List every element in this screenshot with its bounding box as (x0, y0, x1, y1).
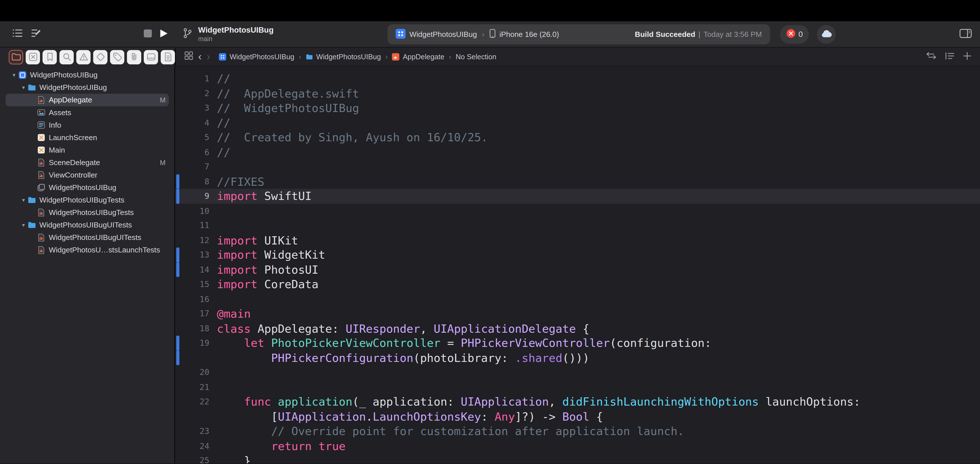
disclosure-triangle-icon[interactable]: ▾ (10, 72, 18, 78)
code-line[interactable]: 5// Created by Singh, Ayush on 16/10/25. (175, 130, 980, 145)
code-line[interactable]: 7 (175, 159, 980, 174)
code-line[interactable]: 25 } (175, 453, 980, 463)
run-button[interactable] (158, 21, 170, 47)
file-tree-row[interactable]: Info (6, 119, 169, 131)
code-text[interactable]: import WidgetKit (217, 247, 325, 262)
inspector-toggle-button[interactable] (956, 21, 975, 47)
file-tree-row[interactable]: Assets (6, 106, 169, 119)
tests-navigator-tab[interactable] (93, 49, 107, 64)
code-line[interactable]: 16 (175, 292, 980, 306)
file-tree-row[interactable]: ▾WidgetPhotosUIBugUITests (6, 218, 169, 231)
bookmarks-navigator-tab[interactable] (43, 49, 57, 64)
line-number[interactable]: 12 (175, 233, 209, 247)
compose-button[interactable] (29, 21, 44, 47)
code-line[interactable]: 12import UIKit (175, 233, 980, 247)
code-text[interactable]: // WidgetPhotosUIBug (217, 101, 359, 115)
disclosure-triangle-icon[interactable]: ▾ (19, 197, 27, 203)
code-line[interactable]: 6// (175, 145, 980, 159)
file-tree-row[interactable]: LaunchScreen (6, 131, 169, 144)
line-number[interactable]: 10 (175, 203, 209, 218)
code-editor[interactable]: 1//2// AppDelegate.swift3// WidgetPhotos… (175, 66, 980, 464)
swap-editor-button[interactable] (926, 52, 936, 61)
code-line[interactable]: 15import CoreData (175, 277, 980, 292)
breadcrumb-item[interactable]: AppDelegate (392, 53, 444, 60)
line-number[interactable]: 15 (175, 277, 209, 292)
code-line[interactable]: 17@main (175, 306, 980, 321)
file-tree-row[interactable]: ▾WidgetPhotosUIBug (6, 69, 169, 81)
code-text[interactable]: [UIApplication.LaunchOptionsKey: Any]?) … (217, 409, 603, 424)
line-number[interactable]: 7 (175, 159, 209, 174)
code-line[interactable]: [UIApplication.LaunchOptionsKey: Any]?) … (175, 409, 980, 424)
line-number[interactable]: 4 (175, 115, 209, 130)
error-badge[interactable]: 0 (780, 25, 809, 44)
file-tree-row[interactable]: WidgetPhotosUIBug (6, 181, 169, 194)
line-number[interactable]: 1 (175, 71, 209, 86)
line-number[interactable]: 22 (175, 394, 209, 409)
code-text[interactable]: import SwiftUI (217, 189, 312, 204)
editor-options-button[interactable] (945, 52, 955, 62)
related-items-button[interactable] (184, 51, 193, 62)
file-tree-row[interactable]: ViewController (6, 169, 169, 181)
navigator-list-button[interactable] (10, 21, 25, 47)
line-number[interactable]: 8 (175, 174, 209, 189)
code-line[interactable]: 3// WidgetPhotosUIBug (175, 101, 980, 115)
code-text[interactable]: //FIXES (217, 174, 264, 189)
file-tree-row[interactable]: WidgetPhotosUIBugUITests (6, 231, 169, 244)
code-text[interactable]: import CoreData (217, 277, 318, 292)
back-button[interactable]: ‹ (198, 51, 202, 62)
line-number[interactable]: 6 (175, 145, 209, 159)
code-text[interactable]: class AppDelegate: UIResponder, UIApplic… (217, 321, 590, 336)
reports-navigator-tab[interactable] (161, 49, 175, 64)
line-number[interactable]: 13 (175, 247, 209, 262)
line-number[interactable] (175, 350, 209, 365)
code-text[interactable]: // Override point for customization afte… (217, 424, 684, 438)
find-navigator-tab[interactable] (59, 49, 74, 64)
code-text[interactable]: // (217, 71, 231, 86)
run-destination[interactable]: iPhone 16e (26.0) (500, 30, 559, 39)
line-number[interactable]: 20 (175, 365, 209, 380)
code-line[interactable]: 22 func application(_ application: UIApp… (175, 394, 980, 409)
file-tree-row[interactable]: ▾WidgetPhotosUIBug (6, 81, 169, 94)
debug-navigator-tab[interactable] (110, 49, 124, 64)
code-line[interactable]: 1// (175, 71, 980, 86)
code-text[interactable]: // (217, 145, 231, 159)
file-tree-row[interactable]: WidgetPhotosU…stsLaunchTests (6, 244, 169, 257)
line-number[interactable]: 9 (175, 189, 209, 204)
project-navigator-tab[interactable] (9, 49, 23, 64)
line-number[interactable]: 21 (175, 380, 209, 394)
code-text[interactable]: func application(_ application: UIApplic… (217, 394, 860, 409)
file-tree-row[interactable]: ▾WidgetPhotosUIBugTests (6, 194, 169, 206)
code-line[interactable]: 11 (175, 218, 980, 233)
code-line[interactable]: 19 let PhotoPickerViewController = PHPic… (175, 336, 980, 351)
code-line[interactable]: 4// (175, 115, 980, 130)
disclosure-triangle-icon[interactable]: ▾ (19, 85, 27, 91)
line-number[interactable]: 5 (175, 130, 209, 145)
line-number[interactable] (175, 409, 209, 424)
scheme-name[interactable]: WidgetPhotosUIBug (409, 30, 477, 39)
line-number[interactable]: 3 (175, 101, 209, 115)
line-number[interactable]: 14 (175, 262, 209, 277)
line-number[interactable]: 18 (175, 321, 209, 336)
code-line[interactable]: 14import PhotosUI (175, 262, 980, 277)
code-text[interactable]: let PhotoPickerViewController = PHPicker… (217, 336, 711, 351)
code-line[interactable]: 10 (175, 203, 980, 218)
code-line[interactable]: 8//FIXES (175, 174, 980, 189)
file-tree-row[interactable]: SceneDelegateM (6, 156, 169, 169)
project-scheme-summary[interactable]: WidgetPhotosUIBug main (183, 21, 274, 47)
code-text[interactable]: // (217, 115, 231, 130)
code-line[interactable]: 23 // Override point for customization a… (175, 424, 980, 438)
line-number[interactable]: 23 (175, 424, 209, 438)
activity-view[interactable]: WidgetPhotosUIBug › iPhone 16e (26.0) Bu… (388, 24, 770, 45)
file-tree-row[interactable]: Main (6, 144, 169, 156)
cloud-button[interactable] (817, 25, 836, 44)
breadcrumb-item[interactable]: WidgetPhotosUIBug (306, 53, 381, 60)
breadcrumb-item[interactable]: No Selection (456, 53, 496, 60)
line-number[interactable]: 17 (175, 306, 209, 321)
issues-navigator-tab[interactable] (76, 49, 91, 64)
code-line[interactable]: PHPickerConfiguration(photoLibrary: .sha… (175, 350, 980, 365)
code-text[interactable]: // AppDelegate.swift (217, 86, 359, 101)
code-line[interactable]: 18class AppDelegate: UIResponder, UIAppl… (175, 321, 980, 336)
file-tree-row[interactable]: WidgetPhotosUIBugTests (6, 206, 169, 218)
code-line[interactable]: 9import SwiftUI (175, 189, 980, 204)
code-text[interactable]: // Created by Singh, Ayush on 16/10/25. (217, 130, 488, 145)
